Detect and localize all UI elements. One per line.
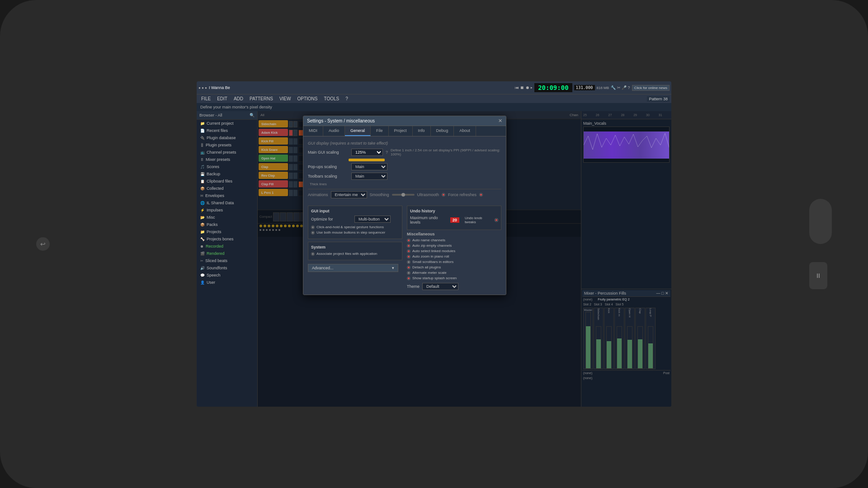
theme-dropdown[interactable]: Default [422,283,458,290]
ch4-fader[interactable] [617,326,622,369]
news-btn[interactable]: Click for online news [632,85,670,91]
auto-name-radio[interactable] [407,239,410,242]
dialog-title: Settings - System / miscellaneous [307,118,375,123]
both-mouse-radio[interactable] [311,231,315,235]
auto-zip-row: Auto zip empty channels [407,244,501,248]
tab-info[interactable]: Info [413,126,431,136]
home-btn[interactable] [809,199,832,244]
dialog-tabs: MIDI Audio General File Project Info Deb… [303,126,506,136]
menu-tools[interactable]: TOOLS [321,96,342,101]
sidebar-item-collected[interactable]: 📦 Collected [197,185,257,192]
sidebar-item-plugin-presets[interactable]: 🎛 Plugin presets [197,141,257,149]
alt-meter-radio[interactable] [407,271,410,275]
click-hold-radio[interactable] [311,225,315,229]
tab-audio[interactable]: Audio [323,126,345,136]
ch3[interactable]: Kick [604,308,614,369]
auto-select-radio[interactable] [407,249,410,253]
auto-zoom-radio[interactable] [407,255,410,258]
main-gui-scaling-dropdown[interactable]: 125% 100% 150% [351,149,383,156]
undo-knob-label: Undo knob tweaks [465,216,492,224]
associate-radio[interactable] [311,252,315,256]
sidebar-label-misc: Misc [207,215,215,220]
toolbar-scaling-dropdown[interactable]: Main [351,173,387,180]
sidechain-channel[interactable]: Sidechain [594,308,604,369]
sidebar-item-speech[interactable]: 💬 Speech [197,272,257,279]
scaling-slider[interactable] [349,159,385,161]
sidebar-item-projects[interactable]: 📁 Projects [197,228,257,235]
master-channel[interactable]: Master [583,308,593,369]
popup-scaling-dropdown[interactable]: Main [351,163,387,170]
sidebar-item-scores[interactable]: 🎵 Scores [197,163,257,170]
tab-about[interactable]: About [454,126,476,136]
menu-add[interactable]: ADD [231,96,246,101]
soundfonts-icon: 🔊 [200,266,205,270]
sidebar-item-current-project[interactable]: 📁 Current project [197,120,257,127]
sidebar-item-impulses[interactable]: ⚡ Impulses [197,206,257,214]
ch3-fill [607,341,611,368]
sidebar-item-rendered[interactable]: 🎬 Rendered [197,250,257,257]
tab-debug[interactable]: Debug [431,126,454,136]
sidebar-item-backup[interactable]: 💾 Backup [197,170,257,178]
master-fader[interactable] [585,312,591,369]
auto-name-label: Auto name channels [412,238,445,242]
ch3-fader[interactable] [606,326,612,369]
sidebar-item-user[interactable]: 👤 User [197,279,257,286]
menu-view[interactable]: VIEW [277,96,294,101]
detach-plugins-radio[interactable] [407,266,410,269]
ch6[interactable]: Clap [635,308,645,369]
sidebar-item-mixer-presets[interactable]: 🎚 Mixer presets [197,156,257,163]
sidebar-item-recorded[interactable]: ⏺ Recorded [197,243,257,250]
sidebar: Browser - All 🔍 📁 Current project 📄 Rece… [197,111,258,407]
sidebar-item-misc[interactable]: 📂 Misc [197,214,257,221]
force-refresh-radio[interactable] [479,193,483,197]
sidebar-item-packs[interactable]: 📦 Packs [197,221,257,228]
splash-radio[interactable] [407,277,410,280]
sidebar-label-user: User [207,280,215,285]
sidebar-item-channel-presets[interactable]: 📺 Channel presets [197,149,257,156]
plugin-icon: 🔌 [200,136,205,140]
menu-help[interactable]: ? [343,96,351,101]
sidebar-label-backup: Backup [207,172,220,176]
ch6-fader[interactable] [637,326,643,369]
sidebar-item-recent-files[interactable]: 📄 Recent files [197,127,257,134]
window-controls[interactable]: ● ● ● [198,86,207,90]
ch4[interactable]: Kick m [614,308,624,369]
ch5-fader[interactable] [627,326,632,369]
help-icon[interactable]: ? [386,150,388,155]
popup-scaling-row: Pop-ups scaling Main [308,163,501,170]
auto-zip-radio[interactable] [407,244,410,248]
undo-knob-radio[interactable] [495,218,498,222]
sidebar-label-speech: Speech [207,273,221,277]
sidebar-item-clipboard[interactable]: 📋 Clipboard files [197,178,257,185]
optimize-dropdown[interactable]: Multi-button mouse [354,216,391,223]
sidebar-item-envelopes[interactable]: ✉ Envelopes [197,192,257,199]
marker-29: 29 [633,113,637,117]
sidebar-item-sliced[interactable]: ✂ Sliced beats [197,257,257,264]
ultrasmooth-radio[interactable] [442,193,445,197]
sidebar-item-plugin-database[interactable]: 🔌 Plugin database [197,134,257,141]
pause-btn[interactable]: ⏸ [809,262,827,289]
sidechain-fader[interactable] [596,326,601,369]
small-scroll-radio[interactable] [407,260,410,264]
sidebar-item-projects-bones[interactable]: 🦴 Projects bones [197,235,257,243]
ch7-fader[interactable] [648,326,653,369]
tab-project[interactable]: Project [389,126,413,136]
smoothing-thumb[interactable] [401,193,405,197]
top-bar: ● ● ● I Wanna Be ⏮ ⏹ ⏺ ▶ 20:09:00 131.00… [197,81,671,94]
menu-options[interactable]: OPTIONS [294,96,320,101]
tab-midi[interactable]: MIDI [303,126,323,136]
sidebar-item-il-shared[interactable]: 🌐 IL Shared Data [197,199,257,206]
animations-dropdown[interactable]: Entertain me [331,191,367,198]
tab-file[interactable]: File [371,126,389,136]
sidebar-search[interactable]: 🔍 [250,113,255,117]
tab-general[interactable]: General [345,126,371,136]
sidebar-item-soundfonts[interactable]: 🔊 Soundfonts [197,264,257,272]
back-btn[interactable]: ↩ [36,237,50,251]
ch7[interactable]: Loop P [646,308,656,369]
advanced-button[interactable]: Advanced... ▾ [308,264,398,272]
ch5[interactable]: Open H [625,308,635,369]
menu-file[interactable]: FILE [198,96,213,101]
menu-patterns[interactable]: PATTERNS [247,96,276,101]
menu-edit[interactable]: EDIT [214,96,230,101]
dialog-close-button[interactable]: ✕ [498,118,502,124]
